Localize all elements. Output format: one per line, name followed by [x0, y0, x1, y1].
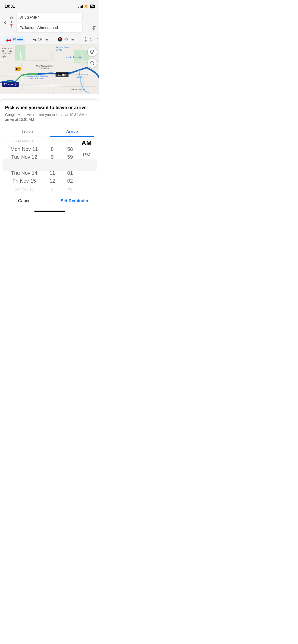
picker-min-57[interactable]: 57: [61, 137, 79, 145]
tab-leave[interactable]: Leave: [5, 127, 50, 137]
destination-pin-icon: 📍: [9, 23, 14, 28]
sheet-title: Pick when you want to leave or arrive: [5, 105, 94, 110]
walk-icon: 🚶: [84, 37, 89, 42]
signal-icon: [78, 5, 83, 8]
picker-hour-11[interactable]: 11: [43, 169, 61, 177]
picker-date-col[interactable]: Sun Nov 10 Mon Nov 11 Tue Nov 12 Today T…: [5, 137, 43, 193]
set-reminder-button[interactable]: Set Reminder: [50, 194, 100, 208]
picker-ampm-col[interactable]: AM PM: [79, 137, 94, 193]
home-bar: [34, 211, 65, 212]
status-bar: 10:31 📶 89: [0, 0, 99, 11]
picker-date-fri[interactable]: Fri Nov 15: [5, 177, 43, 185]
route-connector: 📍: [9, 17, 14, 28]
map-time-badge-20: 20 min 🍃: [2, 82, 19, 87]
picker-date-sun[interactable]: Sun Nov 10: [5, 137, 43, 145]
picker-hour-7[interactable]: 7: [43, 137, 61, 145]
status-icons: 📶 89: [78, 5, 95, 8]
status-time: 10:31: [5, 4, 15, 9]
road-number-badge: 147: [15, 67, 21, 71]
transport-tab-car[interactable]: 🚗 20 min: [4, 36, 25, 43]
picker-hour-10[interactable]: 10: [43, 161, 61, 169]
car-duration: 20 min: [12, 37, 23, 41]
leave-arrive-tabs: Leave Arrive: [5, 127, 94, 137]
bike-icon: 🏍: [33, 37, 37, 42]
map-label-ring-road: 132 Feet Ring Rd: [69, 89, 85, 91]
map-time-badge-21: 21 min: [56, 72, 69, 77]
picker-date-thu[interactable]: Thu Nov 14: [5, 169, 43, 177]
picker-hour-1[interactable]: 1: [43, 185, 61, 193]
destination-input[interactable]: Palladium Ahmedabad: [17, 23, 82, 32]
badge-20-text: 20 min: [4, 83, 13, 86]
picker-date-tue[interactable]: Tue Nov 12: [5, 153, 43, 161]
map-label-chandlodiya: CHANDLODIYAચાંદલોડિયા: [36, 65, 52, 70]
picker-date-sat[interactable]: Sat Nov 16: [5, 185, 43, 193]
transport-tab-transit[interactable]: 🚇 40 min: [55, 36, 76, 43]
transport-tab-walk[interactable]: 🚶 1 hr 4: [81, 36, 99, 43]
transit-duration: 40 min: [64, 37, 74, 41]
picker-minute-col[interactable]: 57 58 59 00 01 02 03: [61, 137, 79, 193]
picker-min-00[interactable]: 00: [61, 161, 79, 169]
map-label-akshay: Akshay photo framingand lamination: [25, 75, 48, 80]
transport-bar: 🚗 20 min 🏍 19 min 🚇 40 min 🚶 1 hr 4: [0, 34, 99, 45]
map-label-madhukar: madhukar collecti: [66, 56, 84, 59]
tab-arrive[interactable]: Arrive: [50, 127, 94, 137]
swap-routes-button[interactable]: ⇵: [92, 25, 96, 31]
origin-circle-icon: [10, 17, 13, 19]
top-nav: ‹ 📍 3HJG+MP4 Palladium Ahmedabad ⋮ ⇵: [0, 11, 99, 34]
walk-duration: 1 hr 4: [90, 37, 98, 41]
bike-duration: 19 min: [38, 37, 48, 41]
picker-hour-9[interactable]: 9: [43, 153, 61, 161]
svg-line-17: [93, 64, 94, 65]
picker-hour-12[interactable]: 12: [43, 177, 61, 185]
map-layers-button[interactable]: [88, 47, 97, 56]
origin-input[interactable]: 3HJG+MP4: [17, 13, 82, 22]
map-label-nainesh: Nainesh ca(નૈનેશ ક...): [76, 73, 88, 79]
picker-hour-col[interactable]: 7 8 9 10 11 12 1: [43, 137, 61, 193]
picker-hour-8[interactable]: 8: [43, 145, 61, 153]
picker-pm[interactable]: PM: [79, 149, 94, 160]
battery-indicator: 89: [90, 5, 95, 8]
picker-min-02[interactable]: 02: [61, 177, 79, 185]
picker-date-today[interactable]: Today: [5, 161, 43, 169]
picker-date-mon[interactable]: Mon Nov 11: [5, 145, 43, 153]
badge-21-text: 21 min: [58, 73, 66, 76]
map-area[interactable]: Silver OakUniversityસિલ્વરઓકયુનિ... D-Ma…: [0, 45, 99, 94]
more-options-button[interactable]: ⋮: [84, 14, 90, 20]
connector-dots: [11, 20, 12, 23]
wifi-icon: 📶: [84, 5, 88, 8]
picker-min-03[interactable]: 03: [61, 185, 79, 193]
map-label-silver-oak: Silver OakUniversityસિલ્વરઓકયુનિ...: [2, 47, 13, 58]
transit-icon: 🚇: [58, 37, 63, 42]
home-indicator: [5, 208, 94, 215]
picker-min-59[interactable]: 59: [61, 153, 79, 161]
map-search-button[interactable]: [88, 58, 97, 68]
bottom-sheet: Pick when you want to leave or arrive Go…: [0, 100, 99, 215]
time-picker[interactable]: Sun Nov 10 Mon Nov 11 Tue Nov 12 Today T…: [0, 137, 99, 193]
map-label-dmart: D-Mart Gotaડી-માર્ટ: [56, 46, 69, 51]
svg-marker-15: [90, 50, 94, 53]
picker-min-58[interactable]: 58: [61, 145, 79, 153]
cancel-button[interactable]: Cancel: [0, 194, 50, 208]
car-icon: 🚗: [6, 37, 11, 42]
sheet-subtitle: Google Maps will remind you to leave at …: [5, 112, 94, 122]
transport-tab-bike[interactable]: 🏍 19 min: [30, 36, 50, 43]
picker-am[interactable]: AM: [79, 137, 94, 149]
svg-point-16: [91, 62, 93, 64]
back-button[interactable]: ‹: [3, 19, 7, 26]
picker-min-01[interactable]: 01: [61, 169, 79, 177]
route-inputs: 3HJG+MP4 Palladium Ahmedabad: [17, 13, 82, 32]
sheet-footer: Cancel Set Reminder: [0, 194, 99, 208]
